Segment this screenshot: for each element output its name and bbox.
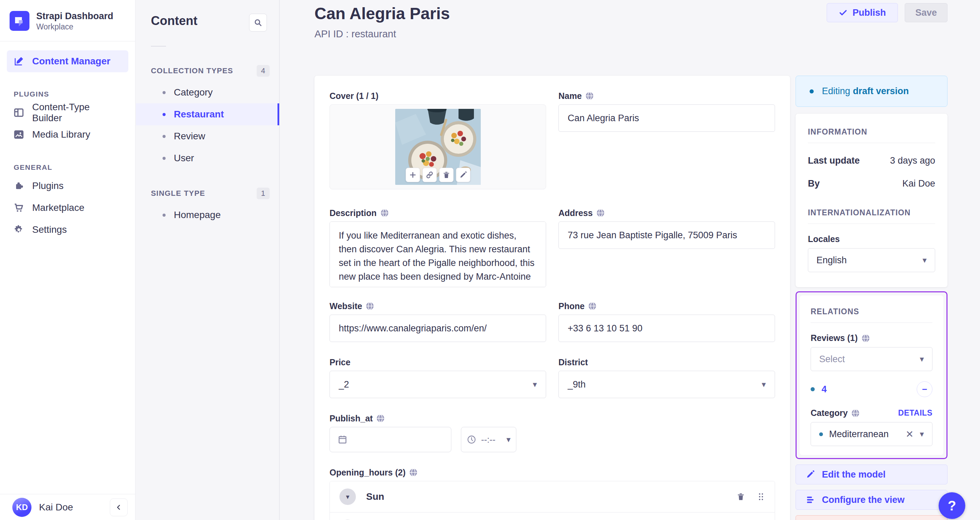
sidebar-item-restaurant[interactable]: Restaurant (136, 104, 279, 125)
edit-form-card: Cover (1 / 1) (315, 76, 790, 520)
phone-input[interactable] (558, 314, 775, 342)
globe-icon (585, 91, 594, 100)
sidebar-item-label: Marketplace (32, 202, 84, 213)
cart-icon (13, 202, 25, 214)
content-sidebar: Content COLLECTION TYPES 4 Category Rest… (136, 0, 280, 520)
chevron-down-icon: ▾ (920, 429, 924, 439)
bullet-icon (162, 214, 165, 217)
globe-icon (851, 409, 860, 418)
delete-row-button[interactable] (737, 492, 745, 501)
address-input[interactable] (558, 222, 775, 249)
edit-model-button[interactable]: Edit the model (795, 464, 948, 484)
help-button[interactable]: ? (939, 492, 965, 519)
category-value: Mediterranean (829, 429, 905, 440)
sidebar-item-marketplace[interactable]: Marketplace (7, 197, 128, 219)
sidebar-item-user[interactable]: User (136, 147, 279, 169)
description-label: Description (329, 208, 546, 218)
category-label: Category (811, 408, 860, 418)
details-link[interactable]: DETAILS (898, 408, 932, 418)
status-emphasis: draft version (853, 86, 909, 97)
sidebar-item-content-manager[interactable]: Content Manager (7, 50, 128, 72)
publish-button[interactable]: Publish (827, 3, 898, 22)
remove-relation-button[interactable]: − (917, 381, 932, 397)
collection-types-label: COLLECTION TYPES (151, 66, 233, 75)
price-label: Price (329, 357, 546, 367)
relation-link[interactable]: 4 (822, 384, 917, 395)
brand-block: Strapi Dashboard Workplace (0, 0, 135, 41)
edit-model-label: Edit the model (822, 469, 886, 480)
chevron-down-icon: ▾ (920, 354, 924, 364)
sidebar-item-media-library[interactable]: Media Library (7, 124, 128, 145)
name-input[interactable] (558, 104, 775, 132)
edit-media-button[interactable] (456, 168, 470, 182)
drag-handle[interactable] (757, 492, 765, 501)
publish-at-date-input[interactable] (329, 427, 451, 452)
item-label: Homepage (174, 209, 221, 220)
name-label: Name (558, 91, 775, 101)
sidebar-item-label: Settings (32, 224, 67, 235)
side-panel: Editing draft version INFORMATION Last u… (795, 76, 948, 520)
website-input[interactable] (329, 314, 546, 342)
chevron-down-icon: ▾ (762, 380, 766, 389)
draft-status-banner: Editing draft version (795, 76, 948, 107)
internationalization-title: INTERNATIONALIZATION (808, 208, 935, 217)
main-area: Can Alegria Paris API ID : restaurant Pu… (280, 0, 980, 520)
single-type-count: 1 (257, 188, 270, 199)
globe-icon (366, 301, 374, 311)
phone-label: Phone (558, 301, 775, 311)
user-block: KD Kai Doe (0, 494, 135, 520)
save-button[interactable]: Save (905, 3, 948, 22)
avatar: KD (12, 498, 32, 517)
category-select[interactable]: Mediterranean ✕ ▾ (811, 422, 932, 446)
sidebar-item-settings[interactable]: Settings (7, 219, 128, 241)
delete-media-button[interactable] (439, 168, 453, 182)
collapse-sidebar-button[interactable] (110, 498, 127, 516)
description-textarea[interactable]: If you like Mediterranean and exotic dis… (329, 222, 546, 287)
by-row: By Kai Doe (808, 179, 935, 189)
clock-icon (467, 435, 476, 444)
last-update-row: Last update 3 days ago (808, 155, 935, 166)
delete-entry-button[interactable] (795, 515, 948, 520)
relations-card: RELATIONS Reviews (1) Select ▾ 4 − (800, 295, 943, 455)
globe-icon (588, 301, 597, 311)
reviews-label: Reviews (1) (811, 333, 932, 343)
item-label: User (174, 153, 194, 164)
sidebar-item-review[interactable]: Review (136, 125, 279, 147)
strapi-logo-icon (10, 11, 29, 31)
bullet-icon (162, 157, 165, 160)
sidebar-item-category[interactable]: Category (136, 81, 279, 104)
globe-icon (409, 468, 418, 477)
cover-label: Cover (1 / 1) (329, 91, 546, 101)
opening-hours-row-tue-sat: ▾ Tue - Sat (330, 512, 775, 520)
price-select[interactable]: _2▾ (329, 371, 546, 398)
sidebar-item-content-type-builder[interactable]: Content-Type Builder (7, 102, 128, 124)
link-icon (425, 171, 434, 179)
reviews-select[interactable]: Select ▾ (811, 347, 932, 371)
time-placeholder: --:-- (481, 434, 495, 445)
copy-link-button[interactable] (422, 168, 437, 182)
add-media-button[interactable] (406, 168, 420, 182)
publish-at-time-input[interactable]: --:-- ▾ (461, 427, 516, 452)
search-icon (253, 18, 262, 27)
relation-dot-icon (811, 387, 815, 391)
cover-field[interactable] (329, 104, 546, 189)
sidebar-item-plugins[interactable]: Plugins (7, 175, 128, 197)
pen-icon (13, 56, 25, 67)
app-subtitle: Workplace (36, 22, 113, 32)
trash-icon (737, 492, 745, 501)
district-select[interactable]: _9th▾ (558, 371, 775, 398)
sidebar-item-homepage[interactable]: Homepage (136, 204, 279, 226)
locales-select[interactable]: English ▾ (808, 248, 935, 272)
address-label: Address (558, 208, 775, 218)
sidebar-item-label: Content Manager (32, 56, 111, 67)
search-button[interactable] (249, 14, 267, 32)
collection-types-count: 4 (257, 65, 270, 77)
calendar-icon (337, 434, 348, 445)
bullet-icon (162, 91, 165, 94)
accordion-toggle-button[interactable]: ▾ (339, 488, 356, 505)
configure-view-button[interactable]: Configure the view (795, 490, 948, 510)
divider (811, 322, 932, 323)
image-icon (13, 129, 25, 140)
chevron-down-icon: ▾ (533, 380, 537, 389)
clear-icon[interactable]: ✕ (905, 429, 913, 440)
